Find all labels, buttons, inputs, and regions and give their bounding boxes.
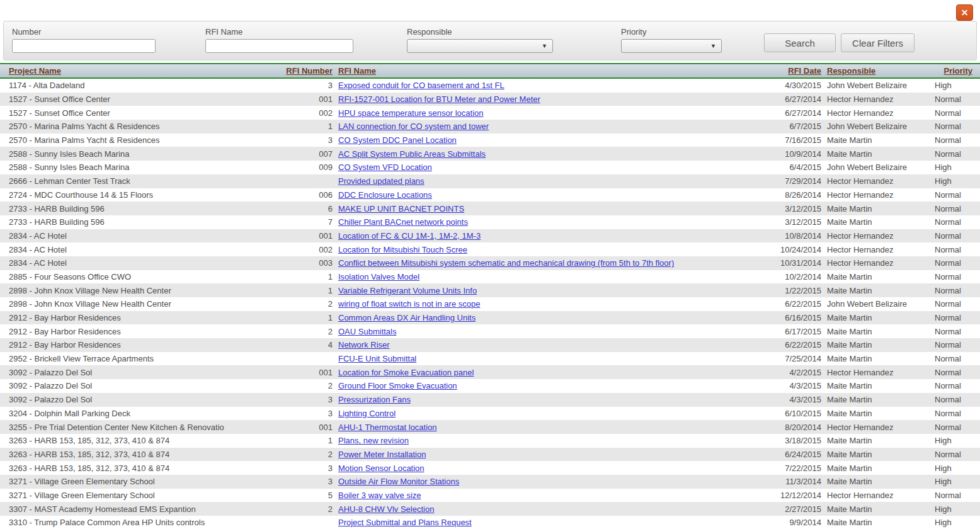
priority-cell: Normal [927, 327, 980, 336]
priority-cell: Normal [927, 409, 980, 418]
priority-filter-select[interactable]: ▼ [621, 39, 722, 53]
rfi-name-link[interactable]: Project Submittal and Plans Request [338, 518, 472, 527]
rfi-name-link[interactable]: Provided updated plans [338, 176, 424, 186]
responsible-cell: John Webert Belizaire [821, 162, 927, 172]
rfi-number-cell: 001 [273, 423, 333, 432]
rfi-name-link[interactable]: AHU-1 Thermostat location [338, 423, 437, 432]
priority-filter-group: Priority ▼ [621, 27, 722, 53]
rfi-name-cell: Location for Smoke Evacuation panel [333, 368, 765, 377]
close-button[interactable]: ✕ [956, 4, 973, 21]
column-header-rfi-number[interactable]: RFI Number [273, 66, 333, 76]
rfi-name-link[interactable]: AC Split System Public Areas Submittals [338, 149, 486, 159]
rfi-name-link[interactable]: wiring of float switch is not in are sco… [338, 299, 480, 309]
column-header-rfi-date[interactable]: RFI Date [765, 66, 821, 76]
priority-cell: Normal [927, 340, 980, 350]
rfi-name-link[interactable]: Location for Smoke Evacuation panel [338, 368, 474, 377]
rfi-date-cell: 7/29/2014 [765, 176, 821, 186]
column-header-project-name[interactable]: Project Name [0, 66, 273, 76]
project-name-cell: 3092 - Palazzo Del Sol [0, 395, 273, 404]
rfi-name-link[interactable]: Lighting Control [338, 409, 396, 418]
rfi-name-filter-input[interactable] [205, 39, 353, 53]
rfi-name-link[interactable]: FCU-E Unit Submittal [338, 354, 416, 363]
column-header-priority[interactable]: Priority [927, 66, 980, 76]
number-filter-input[interactable] [12, 39, 156, 53]
rfi-name-link[interactable]: Location for Mitsubishi Touch Scree [338, 245, 467, 254]
table-row: 2834 - AC Hotel 003 Conflict between Mit… [0, 256, 980, 270]
table-row: 2724 - MDC Courthouse 14 & 15 Floors 006… [0, 188, 980, 202]
priority-cell: Normal [927, 135, 980, 145]
project-name-cell: 2912 - Bay Harbor Residences [0, 313, 273, 322]
rfi-name-link[interactable]: HPU space temperature sensor location [338, 108, 484, 118]
clear-filters-button[interactable]: Clear Filters [841, 33, 914, 52]
rfi-name-cell: Isolation Valves Model [333, 272, 765, 282]
rfi-number-cell: 001 [273, 94, 333, 104]
priority-cell: High [927, 477, 980, 486]
rfi-name-link[interactable]: Chiller Plant BACnet network points [338, 217, 468, 227]
project-name-cell: 2724 - MDC Courthouse 14 & 15 Floors [0, 190, 273, 200]
priority-cell: High [927, 464, 980, 473]
rfi-name-link[interactable]: OAU Submittals [338, 327, 396, 336]
rfi-name-link[interactable]: Network Riser [338, 340, 390, 350]
rfi-name-link[interactable]: Motion Sensor Location [338, 464, 424, 473]
rfi-name-link[interactable]: Location of FC & CU 1M-1, 1M-2, 1M-3 [338, 231, 481, 241]
rfi-name-link[interactable]: Exposed conduit for CO basement and 1st … [338, 81, 504, 90]
responsible-cell: Maite Martin [821, 217, 927, 227]
rfi-number-cell: 001 [273, 231, 333, 241]
priority-cell: High [927, 436, 980, 445]
responsible-cell: Maite Martin [821, 450, 927, 459]
rfi-name-link[interactable]: Pressurization Fans [338, 395, 411, 404]
rfi-name-link[interactable]: Ground Floor Smoke Evacuation [338, 381, 457, 390]
rfi-number-cell: 6 [273, 204, 333, 213]
rfi-date-cell: 4/2/2015 [765, 368, 821, 377]
search-button[interactable]: Search [764, 33, 836, 52]
rfi-date-cell: 12/12/2014 [765, 491, 821, 500]
responsible-cell: John Webert Belizaire [821, 81, 927, 90]
table-row: 2885 - Four Seasons Office CWO 1 Isolati… [0, 270, 980, 284]
rfi-number-cell: 2 [273, 450, 333, 459]
table-row: 2588 - Sunny Isles Beach Marina 007 AC S… [0, 147, 980, 161]
project-name-cell: 2666 - Lehman Center Test Track [0, 176, 273, 186]
rfi-name-link[interactable]: MAKE UP UNIT BACNET POINTS [338, 204, 464, 213]
rfi-name-link[interactable]: Variable Refrigerant Volume Units Info [338, 286, 477, 295]
rfi-name-link[interactable]: Plans, new revision [338, 436, 409, 445]
rfi-name-link[interactable]: RFI-1527-001 Location for BTU Meter and … [338, 94, 540, 104]
rfi-name-link[interactable]: AHU-8 CHW Vlv Selection [338, 504, 434, 514]
rfi-date-cell: 10/2/2014 [765, 272, 821, 282]
rfi-name-link[interactable]: Outside Air Flow Monitor Stations [338, 477, 459, 486]
rfi-name-link[interactable]: LAN connection for CO system and tower [338, 122, 489, 131]
priority-cell: Normal [927, 231, 980, 241]
responsible-cell: Maite Martin [821, 149, 927, 159]
rfi-number-cell: 009 [273, 162, 333, 172]
project-name-cell: 2588 - Sunny Isles Beach Marina [0, 162, 273, 172]
project-name-cell: 2898 - John Knox Village New Health Cent… [0, 286, 273, 295]
column-header-responsible[interactable]: Responsible [821, 66, 927, 76]
rfi-name-cell: FCU-E Unit Submittal [333, 354, 765, 363]
rfi-name-link[interactable]: DDC Enclosure Locations [338, 190, 432, 200]
project-name-cell: 3255 - Pre Trial Detention Center New Ki… [0, 423, 273, 432]
rfi-date-cell: 10/9/2014 [765, 149, 821, 159]
rfi-name-link[interactable]: Power Meter Installation [338, 450, 426, 459]
rfi-name-cell: CO System VFD Location [333, 162, 765, 172]
table-row: 2912 - Bay Harbor Residences 2 OAU Submi… [0, 324, 980, 338]
rfi-name-cell: LAN connection for CO system and tower [333, 122, 765, 131]
rfi-name-link[interactable]: Conflict between Mitsubishi system schem… [338, 258, 674, 268]
priority-cell: Normal [927, 491, 980, 500]
rfi-name-cell: Plans, new revision [333, 436, 765, 445]
rfi-name-link[interactable]: CO System VFD Location [338, 162, 432, 172]
rfi-name-link[interactable]: Isolation Valves Model [338, 272, 419, 282]
column-header-rfi-name[interactable]: RFI Name [333, 66, 765, 76]
rfi-number-cell: 2 [273, 299, 333, 309]
rfi-name-cell: Pressurization Fans [333, 395, 765, 404]
rfi-date-cell: 10/8/2014 [765, 231, 821, 241]
rfi-name-link[interactable]: Boiler 3 way valve size [338, 491, 421, 500]
rfi-name-cell: Ground Floor Smoke Evacuation [333, 381, 765, 390]
responsible-filter-select[interactable]: ▼ [407, 39, 553, 53]
responsible-cell: Maite Martin [821, 395, 927, 404]
rfi-name-link[interactable]: CO System DDC Panel Location [338, 135, 457, 145]
rfi-name-filter-group: RFI Name [205, 27, 353, 53]
table-row: 3092 - Palazzo Del Sol 3 Pressurization … [0, 393, 980, 407]
priority-cell: High [927, 504, 980, 514]
rfi-name-cell: Provided updated plans [333, 176, 765, 186]
rfi-name-link[interactable]: Common Areas DX Air Handling Units [338, 313, 476, 322]
responsible-cell: Hector Hernandez [821, 176, 927, 186]
